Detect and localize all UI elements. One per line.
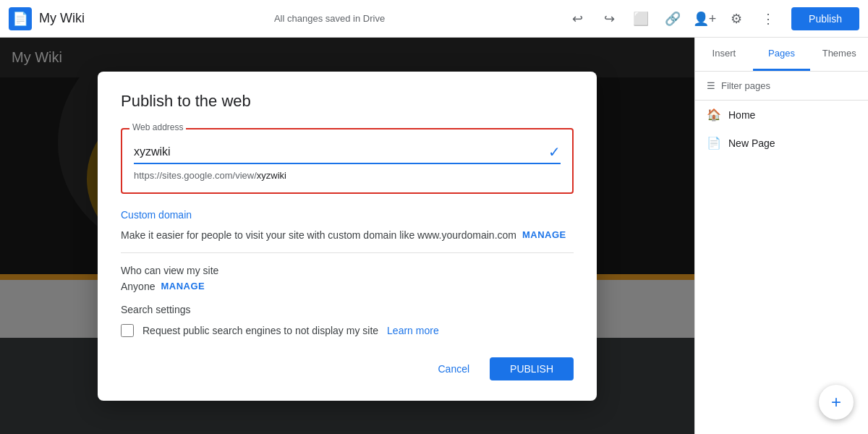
filter-pages-label: Filter pages [721, 80, 770, 91]
tab-insert[interactable]: Insert [695, 38, 753, 71]
main-area: My Wiki Publish to the web Web address ✓ [0, 38, 868, 434]
right-sidebar: Insert Pages Themes ☰ Filter pages 🏠 Hom… [694, 38, 868, 434]
web-address-input[interactable] [134, 141, 548, 163]
cancel-button[interactable]: Cancel [423, 357, 484, 380]
custom-domain-link[interactable]: Custom domain [121, 209, 192, 221]
publish-dialog-button[interactable]: PUBLISH [490, 357, 574, 380]
web-address-label: Web address [129, 122, 186, 132]
link-button[interactable]: 🔗 [658, 4, 687, 33]
redo-button[interactable]: ↪ [595, 4, 624, 33]
search-checkbox-label: Request public search engines to not dis… [142, 325, 378, 336]
publish-header-button[interactable]: Publish [791, 7, 859, 30]
new-page-icon: 📄 [707, 136, 721, 150]
custom-domain-description: Make it easier for people to visit your … [121, 229, 574, 241]
header-logo: 📄 My Wiki [9, 7, 85, 30]
divider-1 [121, 252, 574, 253]
publish-dialog: Publish to the web Web address ✓ https:/… [98, 72, 597, 401]
filter-pages-row: ☰ Filter pages [695, 72, 868, 101]
fab-button[interactable]: + [819, 385, 854, 420]
web-address-preview: https://sites.google.com/view/xyzwiki [134, 170, 561, 181]
search-checkbox[interactable] [121, 324, 134, 337]
modal-overlay: Publish to the web Web address ✓ https:/… [0, 38, 694, 434]
save-status: All changes saved in Drive [96, 13, 563, 24]
undo-button[interactable]: ↩ [563, 4, 592, 33]
fab-icon: + [831, 392, 841, 412]
tab-themes[interactable]: Themes [810, 38, 868, 71]
content-area: My Wiki Publish to the web Web address ✓ [0, 38, 694, 434]
app-logo-icon: 📄 [9, 7, 32, 30]
dialog-title: Publish to the web [121, 92, 574, 111]
search-checkbox-row: Request public search engines to not dis… [121, 324, 574, 337]
preview-button[interactable]: ⬜ [626, 4, 655, 33]
page-label-home: Home [728, 109, 755, 121]
page-item-home[interactable]: 🏠 Home [695, 101, 868, 129]
header-actions: ↩ ↪ ⬜ 🔗 👤+ ⚙ ⋮ Publish [563, 4, 859, 33]
custom-domain-manage-link[interactable]: MANAGE [522, 229, 566, 240]
who-view-manage-link[interactable]: MANAGE [161, 281, 205, 292]
who-view-label: Who can view my site [121, 265, 574, 276]
dialog-footer: Cancel PUBLISH [121, 357, 574, 380]
tab-pages[interactable]: Pages [753, 38, 811, 71]
web-address-section: Web address ✓ https://sites.google.com/v… [121, 128, 574, 194]
input-check-icon: ✓ [548, 143, 561, 161]
app-title: My Wiki [39, 11, 85, 26]
page-item-new[interactable]: 📄 New Page [695, 129, 868, 157]
home-icon: 🏠 [707, 108, 721, 122]
app-header: 📄 My Wiki All changes saved in Drive ↩ ↪… [0, 0, 868, 38]
filter-icon: ☰ [707, 80, 715, 91]
learn-more-link[interactable]: Learn more [387, 325, 439, 336]
settings-button[interactable]: ⚙ [722, 4, 751, 33]
who-view-row: Anyone MANAGE [121, 281, 574, 292]
pages-list: 🏠 Home 📄 New Page [695, 101, 868, 434]
share-button[interactable]: 👤+ [690, 4, 719, 33]
page-label-new: New Page [728, 137, 775, 149]
more-button[interactable]: ⋮ [754, 4, 783, 33]
sidebar-tabs: Insert Pages Themes [695, 38, 868, 72]
web-address-input-wrapper: ✓ [134, 141, 561, 164]
search-settings-label: Search settings [121, 304, 574, 315]
